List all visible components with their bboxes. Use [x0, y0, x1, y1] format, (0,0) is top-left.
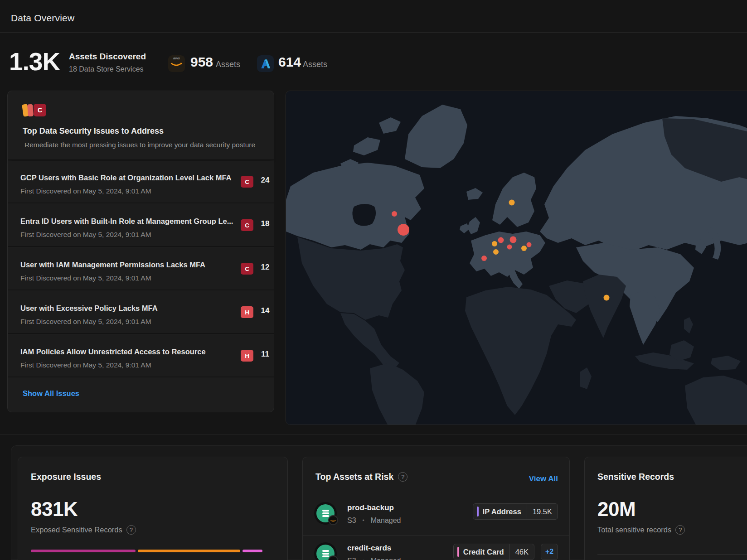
- chip-value: 46K: [510, 548, 534, 556]
- aws-mini-badge-icon: [328, 555, 338, 560]
- asset-status: Managed: [371, 517, 401, 525]
- map-marker[interactable]: [492, 241, 497, 246]
- more-chips-button[interactable]: +2: [541, 544, 558, 560]
- issue-row[interactable]: User with IAM Management Permissions Lac…: [8, 248, 274, 290]
- exposure-label: Exposed Sensitive Records ?: [31, 525, 136, 535]
- aws-wordmark: aws: [168, 56, 185, 60]
- exposure-label-text: Exposed Sensitive Records: [31, 526, 122, 534]
- map-marker[interactable]: [493, 249, 499, 255]
- map-marker[interactable]: [604, 295, 610, 301]
- asset-meta: S3 • Managed: [347, 517, 401, 525]
- aws-icon: aws: [168, 55, 185, 72]
- records-label-text: Total sensitive records: [597, 526, 671, 534]
- aws-mini-badge-icon: [328, 515, 338, 525]
- issue-count: 18: [257, 219, 273, 228]
- map-marker[interactable]: [527, 242, 532, 247]
- chip-value: 19.5K: [527, 507, 558, 516]
- map-marker[interactable]: [398, 224, 409, 236]
- records-value: 20M: [597, 498, 635, 521]
- issue-title: User with Excessive Policy Lacks MFA: [20, 304, 158, 313]
- exposure-issues-card: Exposure Issues 831K Exposed Sensitive R…: [18, 457, 288, 560]
- asset-service: S3: [347, 517, 356, 525]
- issue-discovered: First Discovered on May 5, 2024, 9:01 AM: [20, 361, 151, 369]
- issue-count: 11: [257, 350, 273, 359]
- asset-name: credit-cards: [347, 544, 391, 553]
- section-divider: [0, 434, 747, 435]
- azure-asset-count: 614: [278, 54, 301, 70]
- issue-row[interactable]: User with Excessive Policy Lacks MFA Fir…: [8, 291, 274, 334]
- map-marker[interactable]: [509, 200, 515, 206]
- aws-asset-unit: Assets: [216, 60, 240, 69]
- map-marker[interactable]: [521, 246, 527, 251]
- asset-name: prod-backup: [347, 503, 394, 512]
- assets-card-title-row: Top Assets at Risk ?: [315, 472, 407, 482]
- asset-meta: S3 • Managed: [347, 557, 401, 560]
- assets-discovered-count: 1.3K: [9, 47, 60, 76]
- asset-service: S3: [347, 557, 356, 560]
- asset-row[interactable]: credit-cards S3 • Managed Credit Card 46…: [303, 543, 569, 560]
- page-title: Data Overview: [11, 13, 74, 24]
- row-divider: [303, 535, 569, 536]
- issue-row[interactable]: GCP Users with Basic Role at Organizatio…: [8, 161, 274, 203]
- issue-row[interactable]: IAM Policies Allow Unrestricted Access t…: [8, 335, 274, 377]
- map-marker[interactable]: [498, 237, 504, 243]
- issue-discovered: First Discovered on May 5, 2024, 9:01 AM: [20, 187, 151, 195]
- view-all-link[interactable]: View All: [529, 474, 558, 483]
- records-label: Total sensitive records ?: [597, 525, 685, 535]
- sensitivity-chip: IP Address 19.5K: [473, 503, 558, 520]
- exposure-bar-segment: [31, 550, 136, 552]
- severity-red-bar-icon: [27, 104, 34, 117]
- map-marker[interactable]: [510, 237, 517, 243]
- issue-title: IAM Policies Allow Unrestricted Access t…: [20, 348, 206, 356]
- aws-smile-icon: [170, 59, 184, 68]
- aws-asset-count: 958: [190, 54, 213, 70]
- issue-count: 24: [257, 176, 273, 185]
- exposure-card-title: Exposure Issues: [31, 472, 101, 482]
- show-all-issues-link[interactable]: Show All Issues: [23, 389, 79, 398]
- severity-badge: H: [241, 350, 253, 362]
- help-icon[interactable]: ?: [675, 525, 685, 535]
- issue-discovered: First Discovered on May 5, 2024, 9:01 AM: [20, 274, 151, 282]
- sensitive-records-card: Sensitive Records 20M Total sensitive re…: [584, 457, 747, 560]
- azure-asset-unit: Assets: [303, 60, 327, 69]
- azure-logo-icon: [260, 58, 272, 70]
- chip-label: Credit Card: [463, 548, 509, 556]
- help-icon[interactable]: ?: [398, 472, 407, 482]
- map-marker[interactable]: [481, 256, 487, 261]
- issue-discovered: First Discovered on May 5, 2024, 9:01 AM: [20, 231, 151, 239]
- sensitivity-chip: Credit Card 46K: [453, 544, 534, 560]
- exposure-bar-segment: [138, 550, 240, 552]
- records-divider: [597, 554, 747, 555]
- map-marker[interactable]: [507, 245, 512, 250]
- world-map: [286, 91, 747, 425]
- severity-badge: C: [241, 176, 253, 188]
- issue-row[interactable]: Entra ID Users with Built-In Role at Man…: [8, 204, 274, 247]
- severity-badge: C: [241, 263, 253, 275]
- severity-badge: C: [241, 219, 253, 231]
- issue-discovered: First Discovered on May 5, 2024, 9:01 AM: [20, 318, 151, 326]
- help-icon[interactable]: ?: [126, 525, 136, 535]
- separator-dot: •: [363, 558, 364, 560]
- issues-card-header: C Top Data Security Issues to Address Re…: [8, 91, 274, 160]
- asset-row[interactable]: prod-backup S3 • Managed IP Address 19.5…: [303, 502, 569, 535]
- world-map-card: [286, 91, 747, 425]
- exposure-bar: [31, 550, 263, 552]
- chip-color-bar: [457, 547, 459, 557]
- severity-cards-icon: C: [23, 104, 54, 117]
- issues-card-subtitle: Remediate the most pressing issues to im…: [24, 141, 255, 149]
- chip-color-bar: [477, 507, 479, 517]
- severity-critical-icon: C: [34, 104, 46, 116]
- data-store-services-label: 18 Data Store Services: [69, 65, 144, 73]
- assets-card-title: Top Assets at Risk: [315, 472, 393, 482]
- severity-badge: H: [241, 306, 253, 318]
- chip-label: IP Address: [483, 507, 527, 516]
- issues-card-title: Top Data Security Issues to Address: [23, 126, 164, 136]
- asset-status: Managed: [371, 557, 401, 560]
- map-marker[interactable]: [392, 211, 397, 217]
- azure-icon: [257, 55, 274, 72]
- assets-discovered-label: Assets Discovered: [69, 52, 146, 62]
- issue-title: User with IAM Management Permissions Lac…: [20, 261, 205, 269]
- exposure-bar-segment: [243, 550, 262, 552]
- issue-title: Entra ID Users with Built-In Role at Man…: [20, 217, 233, 226]
- top-assets-at-risk-card: Top Assets at Risk ? View All prod-backu…: [302, 457, 570, 560]
